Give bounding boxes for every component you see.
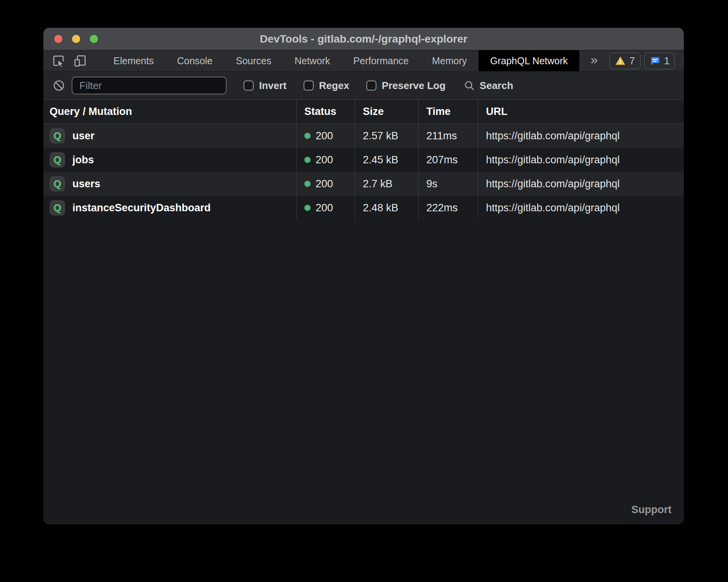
panel-body: Support [43,220,684,524]
regex-checkbox[interactable] [304,80,314,91]
more-tabs-button[interactable] [579,50,610,71]
query-type-badge: Q [50,128,65,144]
search-button[interactable]: Search [464,80,513,92]
tab-performance[interactable]: Performance [342,50,420,71]
window-title: DevTools - gitlab.com/-/graphql-explorer [43,33,684,45]
tab-console[interactable]: Console [165,50,224,71]
status-cell: 200 [296,172,355,196]
size-cell: 2.7 kB [355,172,418,196]
badge-divider [683,55,683,67]
table-row[interactable]: Q users 200 2.7 kB 9s https://gitlab.com… [43,172,684,196]
time-cell: 9s [418,172,478,196]
column-header-size[interactable]: Size [355,100,418,123]
status-ok-dot [304,133,311,139]
invert-label: Invert [259,80,287,92]
tab-elements[interactable]: Elements [102,50,165,71]
minimize-button[interactable] [72,35,80,43]
query-type-badge: Q [50,152,65,168]
warning-triangle-icon [615,55,626,66]
status-cell: 200 [296,124,355,148]
inspect-element-button[interactable] [43,50,69,71]
traffic-lights [54,35,98,43]
column-header-url[interactable]: URL [478,100,684,123]
query-cell: Q users [43,172,296,196]
inspect-cursor-icon [52,54,65,67]
tab-sources[interactable]: Sources [224,50,283,71]
preserve-log-checkbox-group[interactable]: Preserve Log [366,80,446,92]
filter-bar: Invert Regex Preserve Log Search [43,72,684,100]
clear-button[interactable] [53,79,65,92]
zoom-button[interactable] [90,35,98,43]
time-cell: 222ms [418,196,478,220]
query-name: instanceSecurityDashboard [72,202,211,214]
filter-input[interactable] [72,77,227,94]
column-header-status[interactable]: Status [296,100,355,123]
size-cell: 2.57 kB [355,124,418,148]
tab-memory[interactable]: Memory [420,50,478,71]
toggle-device-toolbar-button[interactable] [69,50,91,71]
status-code: 200 [316,202,333,214]
url-cell: https://gitlab.com/api/graphql [478,172,684,196]
size-cell: 2.45 kB [355,148,418,172]
tab-bar: Elements Console Sources Network Perform… [43,50,684,72]
query-name: user [72,130,94,142]
status-cell: 200 [296,196,355,220]
status-ok-dot [304,181,311,187]
search-label: Search [480,80,513,92]
url-cell: https://gitlab.com/api/graphql [478,148,684,172]
table-header: Query / Mutation Status Size Time URL [43,100,684,124]
query-type-badge: Q [50,176,65,192]
request-rows: Q user 200 2.57 kB 211ms https://gitlab.… [43,124,684,220]
status-ok-dot [304,205,311,211]
url-cell: https://gitlab.com/api/graphql [478,124,684,148]
table-row[interactable]: Q instanceSecurityDashboard 200 2.48 kB … [43,196,684,220]
time-cell: 207ms [418,148,478,172]
query-name: jobs [72,154,94,166]
url-cell: https://gitlab.com/api/graphql [478,196,684,220]
query-cell: Q jobs [43,148,296,172]
query-cell: Q instanceSecurityDashboard [43,196,296,220]
message-bubble-icon [650,55,661,66]
column-header-query[interactable]: Query / Mutation [43,100,296,123]
table-row[interactable]: Q user 200 2.57 kB 211ms https://gitlab.… [43,124,684,148]
table-row[interactable]: Q jobs 200 2.45 kB 207ms https://gitlab.… [43,148,684,172]
tab-network[interactable]: Network [283,50,342,71]
query-name: users [72,178,100,190]
preserve-log-label: Preserve Log [382,80,446,92]
tab-graphql-network[interactable]: GraphQL Network [479,50,580,71]
status-code: 200 [316,130,333,142]
invert-checkbox[interactable] [244,80,254,91]
device-toolbar-icon [74,54,87,67]
query-cell: Q user [43,124,296,148]
status-cell: 200 [296,148,355,172]
regex-checkbox-group[interactable]: Regex [304,80,349,92]
status-code: 200 [316,178,333,190]
chevron-double-right-icon [589,55,600,67]
warnings-button[interactable]: 7 [610,53,640,69]
preserve-log-checkbox[interactable] [366,80,376,91]
search-icon [464,80,475,91]
query-type-badge: Q [50,200,65,216]
status-ok-dot [304,157,311,163]
devtools-window: DevTools - gitlab.com/-/graphql-explorer… [43,28,684,524]
regex-label: Regex [319,80,349,92]
tabbar-right-group: 7 1 [610,50,684,71]
invert-checkbox-group[interactable]: Invert [244,80,287,92]
issues-button[interactable]: 1 [644,53,675,69]
size-cell: 2.48 kB [355,196,418,220]
titlebar: DevTools - gitlab.com/-/graphql-explorer [43,28,684,50]
status-code: 200 [316,154,333,166]
block-icon [53,79,65,92]
close-button[interactable] [54,35,62,43]
time-cell: 211ms [418,124,478,148]
message-count: 1 [664,55,670,67]
column-header-time[interactable]: Time [418,100,478,123]
warning-count: 7 [629,55,635,67]
support-link[interactable]: Support [632,504,671,516]
